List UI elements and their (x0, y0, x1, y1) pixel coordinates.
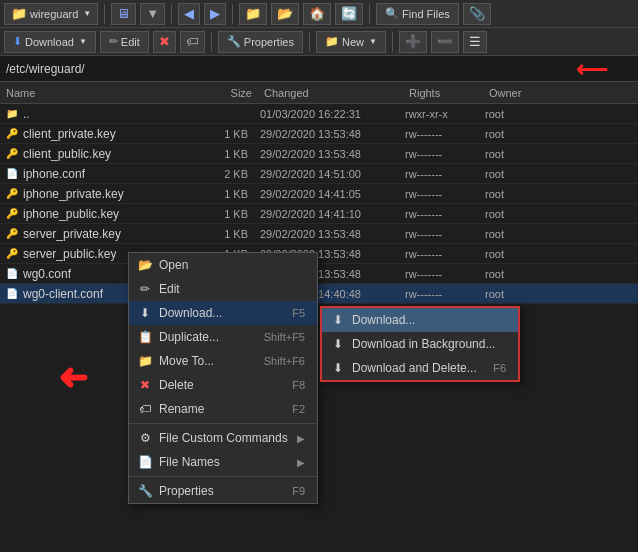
file-rights: rw------- (401, 188, 481, 200)
sub-ctx-download-bg[interactable]: ⬇ Download in Background... (322, 332, 518, 356)
file-list-header: Name Size Changed Rights Owner (0, 82, 638, 104)
find-files-btn[interactable]: 🔍 Find Files (376, 3, 459, 25)
ctx-rename[interactable]: 🏷 Rename F2 (129, 397, 317, 421)
file-date: 29/02/2020 13:53:48 (256, 228, 401, 240)
file-name: iphone_private.key (23, 187, 124, 201)
ctx-file-custom[interactable]: ⚙ File Custom Commands ▶ (129, 426, 317, 450)
ctx-file-names[interactable]: 📄 File Names ▶ (129, 450, 317, 474)
file-rows-container: 📁 .. 01/03/2020 16:22:31 rwxr-xr-x root … (0, 104, 638, 304)
server-icon-btn[interactable]: 🖥 (111, 3, 136, 25)
separator3 (232, 4, 233, 24)
file-rights: rw------- (401, 228, 481, 240)
ctx-delete[interactable]: ✖ Delete F8 (129, 373, 317, 397)
filenames-icon: 📄 (137, 454, 153, 470)
sub-download-icon: ⬇ (330, 312, 346, 328)
table-row[interactable]: 📄 iphone.conf 2 KB 29/02/2020 14:51:00 r… (0, 164, 638, 184)
extra-btn[interactable]: 📎 (463, 3, 491, 25)
back-btn[interactable]: ◀ (178, 3, 200, 25)
plus-btn[interactable]: ➕ (399, 31, 427, 53)
separator4 (369, 4, 370, 24)
new-btn[interactable]: 📁 New ▼ (316, 31, 386, 53)
forward-btn[interactable]: ▶ (204, 3, 226, 25)
table-row[interactable]: 🔑 client_private.key 1 KB 29/02/2020 13:… (0, 124, 638, 144)
sub-ctx-download-delete[interactable]: ⬇ Download and Delete... F6 (322, 356, 518, 380)
table-row[interactable]: 📄 wg0-client.conf 29/02/2020 14:40:48 rw… (0, 284, 638, 304)
properties-icon: 🔧 (227, 35, 241, 48)
ctx-download[interactable]: ⬇ Download... F5 (129, 301, 317, 325)
rename-ctx-icon: 🏷 (137, 401, 153, 417)
ctx-file-names-label: File Names (159, 455, 220, 469)
context-menu: 📂 Open ✏ Edit ⬇ Download... F5 📋 Duplica… (128, 252, 318, 504)
refresh-btn[interactable]: 🔄 (335, 3, 363, 25)
table-row[interactable]: 🔑 server_public.key 1 KB 29/02/2020 13:5… (0, 244, 638, 264)
ctx-download-label: Download... (159, 306, 222, 320)
ctx-open[interactable]: 📂 Open (129, 253, 317, 277)
file-rights: rw------- (401, 208, 481, 220)
download-ctx-icon: ⬇ (137, 305, 153, 321)
file-owner: root (481, 208, 541, 220)
folder-btn1[interactable]: 📁 (239, 3, 267, 25)
table-row[interactable]: 🔑 iphone_public.key 1 KB 29/02/2020 14:4… (0, 204, 638, 224)
file-rights: rw------- (401, 268, 481, 280)
filter-icon-btn[interactable]: ▼ (140, 3, 165, 25)
minus-btn[interactable]: ➖ (431, 31, 459, 53)
sub-ctx-download[interactable]: ⬇ Download... (322, 308, 518, 332)
address-path[interactable]: /etc/wireguard/ (6, 62, 85, 76)
delete-icon: ✖ (159, 34, 170, 49)
file-rights: rw------- (401, 168, 481, 180)
table-row[interactable]: 🔑 server_private.key 1 KB 29/02/2020 13:… (0, 224, 638, 244)
home-btn[interactable]: 🏠 (303, 3, 331, 25)
back-icon: ◀ (184, 6, 194, 21)
server-icon: 🖥 (117, 6, 130, 21)
download-btn[interactable]: ⬇ Download ▼ (4, 31, 96, 53)
edit-label: Edit (121, 36, 140, 48)
ctx-duplicate[interactable]: 📋 Duplicate... Shift+F5 (129, 325, 317, 349)
wireguard-button[interactable]: 📁 wireguard ▼ (4, 3, 98, 25)
table-row[interactable]: 🔑 client_public.key 1 KB 29/02/2020 13:5… (0, 144, 638, 164)
file-name: .. (23, 107, 30, 121)
file-size: 1 KB (196, 228, 256, 240)
ctx-duplicate-label: Duplicate... (159, 330, 219, 344)
file-date: 01/03/2020 16:22:31 (256, 108, 401, 120)
address-red-arrow-icon: ⟵ (576, 57, 608, 83)
file-type-icon: 🔑 (4, 246, 20, 262)
move-icon: 📁 (137, 353, 153, 369)
new-dropdown-icon: ▼ (369, 37, 377, 46)
file-owner: root (481, 228, 541, 240)
folder-icon: 📁 (11, 6, 27, 21)
table-row[interactable]: 🔑 iphone_private.key 1 KB 29/02/2020 14:… (0, 184, 638, 204)
file-owner: root (481, 188, 541, 200)
view-btn[interactable]: ☰ (463, 31, 487, 53)
file-name: server_private.key (23, 227, 121, 241)
ctx-move[interactable]: 📁 Move To... Shift+F6 (129, 349, 317, 373)
ctx-properties[interactable]: 🔧 Properties F9 (129, 479, 317, 503)
file-name-cell: 🔑 server_private.key (0, 226, 196, 242)
ctx-download-shortcut: F5 (292, 307, 305, 319)
sub-download-bg-icon: ⬇ (330, 336, 346, 352)
download-icon: ⬇ (13, 35, 22, 48)
file-owner: root (481, 268, 541, 280)
sub-download-del-label: Download and Delete... (352, 361, 477, 375)
ctx-open-label: Open (159, 258, 188, 272)
file-name-cell: 📁 .. (0, 106, 196, 122)
table-row[interactable]: 📄 wg0.conf 2 KB 29/02/2020 13:53:48 rw--… (0, 264, 638, 284)
folder-icon2: 📂 (277, 6, 293, 21)
rename-btn[interactable]: 🏷 (180, 31, 205, 53)
file-size: 2 KB (196, 168, 256, 180)
file-name-cell: 🔑 iphone_private.key (0, 186, 196, 202)
ctx-edit[interactable]: ✏ Edit (129, 277, 317, 301)
delete-btn[interactable]: ✖ (153, 31, 176, 53)
ctx-file-custom-label: File Custom Commands (159, 431, 288, 445)
file-list: Name Size Changed Rights Owner 📁 .. 01/0… (0, 82, 638, 524)
edit-btn[interactable]: ✏ Edit (100, 31, 149, 53)
ctx-rename-shortcut: F2 (292, 403, 305, 415)
sub-download-del-icon: ⬇ (330, 360, 346, 376)
download-dropdown-icon: ▼ (79, 37, 87, 46)
folder-btn2[interactable]: 📂 (271, 3, 299, 25)
open-icon: 📂 (137, 257, 153, 273)
file-type-icon: 📄 (4, 166, 20, 182)
file-owner: root (481, 148, 541, 160)
properties-btn[interactable]: 🔧 Properties (218, 31, 303, 53)
table-row[interactable]: 📁 .. 01/03/2020 16:22:31 rwxr-xr-x root (0, 104, 638, 124)
file-type-icon: 🔑 (4, 186, 20, 202)
